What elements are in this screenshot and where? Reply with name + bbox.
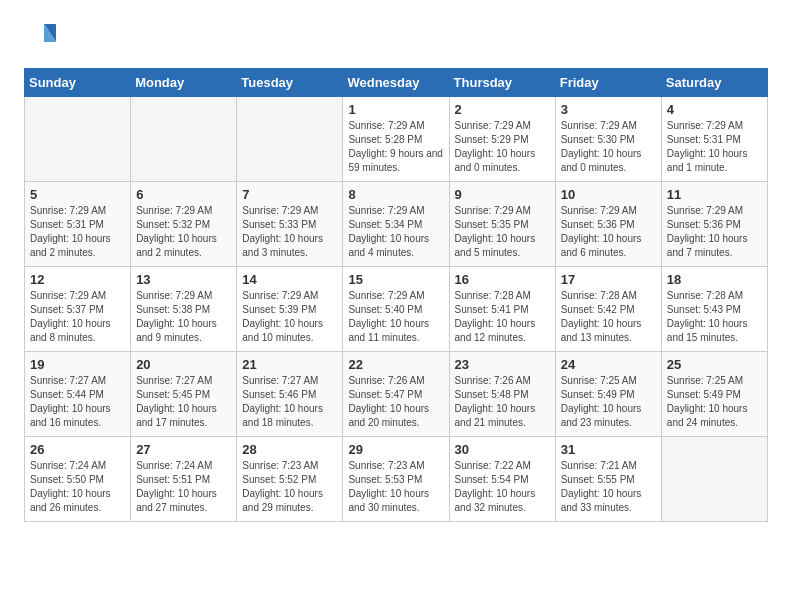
calendar-cell [25,97,131,182]
day-number: 25 [667,357,762,372]
day-info: Sunrise: 7:28 AM Sunset: 5:42 PM Dayligh… [561,289,656,345]
day-info: Sunrise: 7:25 AM Sunset: 5:49 PM Dayligh… [667,374,762,430]
day-info: Sunrise: 7:29 AM Sunset: 5:37 PM Dayligh… [30,289,125,345]
day-info: Sunrise: 7:29 AM Sunset: 5:33 PM Dayligh… [242,204,337,260]
day-info: Sunrise: 7:29 AM Sunset: 5:31 PM Dayligh… [667,119,762,175]
weekday-tuesday: Tuesday [237,69,343,97]
day-number: 11 [667,187,762,202]
calendar-cell: 10Sunrise: 7:29 AM Sunset: 5:36 PM Dayli… [555,182,661,267]
calendar-cell: 26Sunrise: 7:24 AM Sunset: 5:50 PM Dayli… [25,437,131,522]
calendar-cell: 12Sunrise: 7:29 AM Sunset: 5:37 PM Dayli… [25,267,131,352]
calendar-cell: 7Sunrise: 7:29 AM Sunset: 5:33 PM Daylig… [237,182,343,267]
day-number: 14 [242,272,337,287]
day-number: 22 [348,357,443,372]
day-info: Sunrise: 7:22 AM Sunset: 5:54 PM Dayligh… [455,459,550,515]
day-info: Sunrise: 7:27 AM Sunset: 5:44 PM Dayligh… [30,374,125,430]
day-number: 3 [561,102,656,117]
calendar-cell: 20Sunrise: 7:27 AM Sunset: 5:45 PM Dayli… [131,352,237,437]
day-number: 17 [561,272,656,287]
day-info: Sunrise: 7:28 AM Sunset: 5:43 PM Dayligh… [667,289,762,345]
day-info: Sunrise: 7:29 AM Sunset: 5:35 PM Dayligh… [455,204,550,260]
day-number: 24 [561,357,656,372]
weekday-thursday: Thursday [449,69,555,97]
day-number: 6 [136,187,231,202]
calendar-cell [131,97,237,182]
day-number: 30 [455,442,550,457]
day-info: Sunrise: 7:29 AM Sunset: 5:36 PM Dayligh… [667,204,762,260]
calendar-cell: 16Sunrise: 7:28 AM Sunset: 5:41 PM Dayli… [449,267,555,352]
day-info: Sunrise: 7:29 AM Sunset: 5:36 PM Dayligh… [561,204,656,260]
weekday-friday: Friday [555,69,661,97]
week-row-4: 19Sunrise: 7:27 AM Sunset: 5:44 PM Dayli… [25,352,768,437]
calendar-cell: 22Sunrise: 7:26 AM Sunset: 5:47 PM Dayli… [343,352,449,437]
weekday-sunday: Sunday [25,69,131,97]
day-number: 15 [348,272,443,287]
day-number: 7 [242,187,337,202]
calendar-cell: 5Sunrise: 7:29 AM Sunset: 5:31 PM Daylig… [25,182,131,267]
calendar-cell: 27Sunrise: 7:24 AM Sunset: 5:51 PM Dayli… [131,437,237,522]
week-row-5: 26Sunrise: 7:24 AM Sunset: 5:50 PM Dayli… [25,437,768,522]
day-info: Sunrise: 7:29 AM Sunset: 5:28 PM Dayligh… [348,119,443,175]
day-number: 8 [348,187,443,202]
header [24,20,768,56]
calendar-cell: 28Sunrise: 7:23 AM Sunset: 5:52 PM Dayli… [237,437,343,522]
day-number: 5 [30,187,125,202]
calendar-cell: 9Sunrise: 7:29 AM Sunset: 5:35 PM Daylig… [449,182,555,267]
weekday-saturday: Saturday [661,69,767,97]
weekday-monday: Monday [131,69,237,97]
calendar-cell: 19Sunrise: 7:27 AM Sunset: 5:44 PM Dayli… [25,352,131,437]
day-number: 26 [30,442,125,457]
calendar-cell [237,97,343,182]
day-info: Sunrise: 7:29 AM Sunset: 5:32 PM Dayligh… [136,204,231,260]
day-info: Sunrise: 7:26 AM Sunset: 5:48 PM Dayligh… [455,374,550,430]
logo [24,20,64,56]
calendar-cell: 8Sunrise: 7:29 AM Sunset: 5:34 PM Daylig… [343,182,449,267]
calendar-cell: 29Sunrise: 7:23 AM Sunset: 5:53 PM Dayli… [343,437,449,522]
day-info: Sunrise: 7:29 AM Sunset: 5:39 PM Dayligh… [242,289,337,345]
calendar-cell: 21Sunrise: 7:27 AM Sunset: 5:46 PM Dayli… [237,352,343,437]
calendar-cell: 24Sunrise: 7:25 AM Sunset: 5:49 PM Dayli… [555,352,661,437]
day-number: 18 [667,272,762,287]
calendar-cell: 17Sunrise: 7:28 AM Sunset: 5:42 PM Dayli… [555,267,661,352]
day-number: 29 [348,442,443,457]
calendar-cell: 2Sunrise: 7:29 AM Sunset: 5:29 PM Daylig… [449,97,555,182]
day-info: Sunrise: 7:24 AM Sunset: 5:50 PM Dayligh… [30,459,125,515]
day-number: 9 [455,187,550,202]
calendar-cell [661,437,767,522]
day-info: Sunrise: 7:23 AM Sunset: 5:52 PM Dayligh… [242,459,337,515]
day-number: 1 [348,102,443,117]
weekday-header-row: SundayMondayTuesdayWednesdayThursdayFrid… [25,69,768,97]
calendar-cell: 15Sunrise: 7:29 AM Sunset: 5:40 PM Dayli… [343,267,449,352]
logo-icon [24,20,60,56]
day-info: Sunrise: 7:29 AM Sunset: 5:40 PM Dayligh… [348,289,443,345]
week-row-1: 1Sunrise: 7:29 AM Sunset: 5:28 PM Daylig… [25,97,768,182]
calendar-cell: 11Sunrise: 7:29 AM Sunset: 5:36 PM Dayli… [661,182,767,267]
day-number: 13 [136,272,231,287]
calendar-table: SundayMondayTuesdayWednesdayThursdayFrid… [24,68,768,522]
day-number: 20 [136,357,231,372]
calendar-cell: 4Sunrise: 7:29 AM Sunset: 5:31 PM Daylig… [661,97,767,182]
day-number: 10 [561,187,656,202]
calendar-page: SundayMondayTuesdayWednesdayThursdayFrid… [0,0,792,542]
day-info: Sunrise: 7:26 AM Sunset: 5:47 PM Dayligh… [348,374,443,430]
day-info: Sunrise: 7:29 AM Sunset: 5:38 PM Dayligh… [136,289,231,345]
day-number: 27 [136,442,231,457]
day-info: Sunrise: 7:23 AM Sunset: 5:53 PM Dayligh… [348,459,443,515]
calendar-cell: 3Sunrise: 7:29 AM Sunset: 5:30 PM Daylig… [555,97,661,182]
day-number: 12 [30,272,125,287]
day-info: Sunrise: 7:27 AM Sunset: 5:46 PM Dayligh… [242,374,337,430]
calendar-cell: 23Sunrise: 7:26 AM Sunset: 5:48 PM Dayli… [449,352,555,437]
calendar-cell: 25Sunrise: 7:25 AM Sunset: 5:49 PM Dayli… [661,352,767,437]
calendar-cell: 13Sunrise: 7:29 AM Sunset: 5:38 PM Dayli… [131,267,237,352]
day-number: 28 [242,442,337,457]
day-number: 4 [667,102,762,117]
day-number: 16 [455,272,550,287]
day-number: 21 [242,357,337,372]
day-info: Sunrise: 7:29 AM Sunset: 5:30 PM Dayligh… [561,119,656,175]
calendar-cell: 6Sunrise: 7:29 AM Sunset: 5:32 PM Daylig… [131,182,237,267]
day-number: 2 [455,102,550,117]
week-row-2: 5Sunrise: 7:29 AM Sunset: 5:31 PM Daylig… [25,182,768,267]
day-number: 19 [30,357,125,372]
calendar-cell: 31Sunrise: 7:21 AM Sunset: 5:55 PM Dayli… [555,437,661,522]
day-info: Sunrise: 7:29 AM Sunset: 5:34 PM Dayligh… [348,204,443,260]
